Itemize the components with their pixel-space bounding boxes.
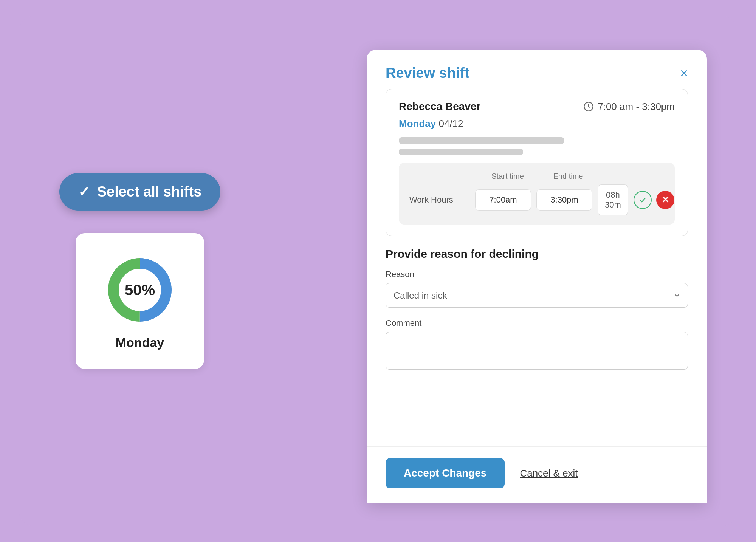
left-panel: ✓ Select all shifts 50% Monday: [49, 173, 231, 369]
skeleton-bar-1: [399, 137, 564, 144]
background: ✓ Select all shifts 50% Monday Review sh…: [19, 16, 737, 526]
time-info: 7:00 am - 3:30pm: [583, 101, 675, 113]
work-hours-row: Work Hours 08h 30m ✕: [409, 184, 664, 215]
confirm-icon[interactable]: [634, 191, 652, 209]
clock-icon: [583, 101, 594, 112]
modal-body: Rebecca Beaver 7:00 am - 3:30pm Monday 0…: [367, 89, 707, 446]
comment-textarea[interactable]: [386, 332, 688, 370]
donut-percentage: 50%: [125, 282, 155, 299]
donut-day-label: Monday: [116, 335, 164, 350]
start-time-label: Start time: [477, 172, 538, 181]
start-time-input[interactable]: [475, 189, 531, 211]
end-time-label: End time: [538, 172, 598, 181]
employee-name: Rebecca Beaver: [399, 101, 480, 113]
cancel-exit-button[interactable]: Cancel & exit: [520, 468, 578, 479]
cancel-icon[interactable]: ✕: [656, 191, 674, 209]
employee-row: Rebecca Beaver 7:00 am - 3:30pm: [399, 101, 675, 113]
skeleton-bar-2: [399, 149, 523, 155]
end-time-input[interactable]: [536, 189, 592, 211]
close-button[interactable]: ×: [680, 67, 688, 80]
action-icons: ✕: [634, 191, 674, 209]
select-all-label: Select all shifts: [97, 184, 202, 200]
reason-label: Reason: [386, 269, 688, 279]
work-hours-labels: Start time End time: [409, 172, 664, 181]
work-hours-title: Work Hours: [409, 195, 470, 205]
modal-header: Review shift ×: [367, 50, 707, 89]
date-row: Monday 04/12: [399, 118, 675, 130]
duration-display: 08h 30m: [598, 184, 628, 215]
reason-select[interactable]: Called in sick: [386, 283, 688, 308]
date-monday: Monday: [399, 118, 436, 129]
decline-title: Provide reason for declining: [386, 248, 688, 260]
checkmark-icon: ✓: [78, 184, 90, 200]
work-hours-section: Start time End time Work Hours 08h 30m: [399, 163, 675, 225]
donut-card: 50% Monday: [76, 233, 204, 369]
select-all-button[interactable]: ✓ Select all shifts: [59, 173, 221, 211]
modal-title: Review shift: [386, 65, 469, 81]
comment-label: Comment: [386, 318, 688, 328]
modal-footer: Accept Changes Cancel & exit: [367, 446, 707, 503]
decline-section: Provide reason for declining Reason Call…: [386, 248, 688, 379]
review-shift-modal: Review shift × Rebecca Beaver 7:00 am - …: [367, 50, 707, 503]
time-range: 7:00 am - 3:30pm: [598, 101, 675, 113]
employee-section: Rebecca Beaver 7:00 am - 3:30pm Monday 0…: [386, 89, 688, 236]
donut-chart: 50%: [102, 252, 178, 328]
accept-changes-button[interactable]: Accept Changes: [386, 458, 505, 488]
date-rest: 04/12: [436, 118, 463, 129]
